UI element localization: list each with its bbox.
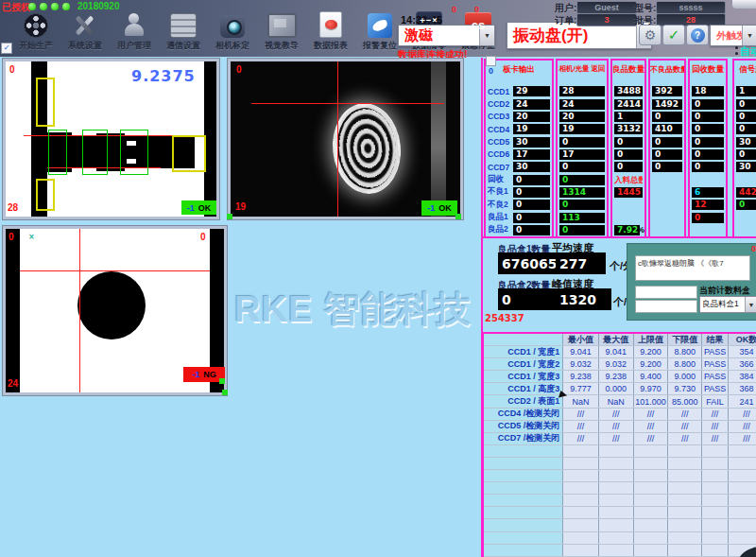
data-report-button[interactable]: 数据报表: [306, 7, 355, 52]
stats-cell: 24: [559, 99, 605, 110]
top-toolbar: 已授权 20180920 ✓ 开始生产 系统设置 用户管理 通信设置: [0, 0, 756, 57]
row-label: [484, 445, 563, 457]
settings-gear-button[interactable]: ⚙: [639, 25, 662, 45]
camera-calibration-button[interactable]: 相机标定: [208, 7, 257, 52]
stats-rows: CCD1 29 CCD2 24 CCD3 20 CCD4 19 CCD5 30: [488, 85, 550, 236]
stats-rows: 2824201901700131401130: [559, 85, 605, 236]
lower-limit-cell: 9.000: [668, 371, 702, 382]
stats-row-label: CCD6: [488, 149, 513, 159]
result-cell: PASS: [702, 346, 728, 357]
stats-cell: 0: [559, 225, 605, 235]
stats-cell: 1445: [614, 187, 643, 198]
table-handle[interactable]: [486, 56, 496, 66]
stats-row: 回收 0: [488, 173, 550, 185]
stats-cell: 0: [692, 149, 724, 160]
max-value-cell: 9.238: [599, 371, 634, 382]
percent-suffix: %: [637, 225, 644, 235]
result-cell: [702, 445, 728, 457]
stats-row-label: 回收: [488, 174, 513, 185]
stats-rows: 3488241413132000入料总数14457.92: [614, 85, 643, 236]
chevron-down-icon[interactable]: ▼: [745, 297, 756, 312]
camera1-result-badge: -1 OK: [181, 200, 216, 215]
column-header: 最小值: [563, 334, 598, 345]
stats-cell: 30: [736, 162, 756, 172]
result-cell: ///: [702, 409, 728, 420]
help-button[interactable]: ?: [686, 25, 709, 45]
start-production-button[interactable]: 开始生产: [11, 7, 60, 52]
row-label: [484, 545, 563, 556]
table-row: [484, 545, 756, 557]
camera-view-3[interactable]: 0 × 0 24 -1 NG: [3, 226, 227, 395]
min-value-cell: ///: [563, 433, 598, 444]
table-row: [484, 507, 756, 519]
result-label: OK: [438, 203, 452, 213]
message-box[interactable]: c歌慷翠返糖朗脑 《《歌7: [635, 255, 750, 281]
count-input-2[interactable]: [635, 300, 697, 313]
table-row: CCD1 / 宽度3 9.238 9.238 9.400 9.000 PASS …: [484, 371, 756, 383]
minimize-button[interactable]: [732, 0, 756, 9]
stats-cell: 1492: [652, 99, 682, 110]
stats-rows: 180000006120: [692, 85, 724, 236]
auto-mode-label: 自动: [740, 44, 756, 59]
stats-row-label: CCD2: [488, 99, 513, 109]
stats-cell: 410: [652, 124, 682, 134]
confirm-button[interactable]: ✓: [662, 25, 685, 45]
order-value: 3: [576, 13, 637, 26]
chevron-down-icon[interactable]: ▼: [742, 26, 756, 45]
camera-view-1[interactable]: 0 9.2375 28 -1 OK: [3, 59, 219, 219]
stats-row: 良品1 0: [488, 211, 550, 223]
corner-counter: 0: [489, 66, 493, 76]
external-trigger-value: 外触发: [711, 26, 742, 45]
upper-limit-cell: [634, 495, 668, 506]
column-header: 下限值: [668, 334, 702, 345]
stats-cell: 29: [513, 86, 550, 96]
stats-column-recycle-count: 回收数量 180000006120: [688, 59, 728, 238]
max-value-cell: ///: [599, 421, 634, 432]
upper-limit-cell: 101.000: [634, 395, 668, 407]
stats-row: CCD5 30: [488, 135, 550, 148]
stats-row: CCD7 30: [488, 161, 550, 173]
ok-count-cell: ///: [729, 409, 756, 420]
lower-limit-cell: [668, 519, 702, 531]
camera2-top-counter: 0: [236, 64, 242, 75]
check-icon: ✓: [668, 26, 680, 44]
user-management-button[interactable]: 用户管理: [110, 7, 159, 52]
ok-count-cell: 241: [729, 395, 756, 407]
upper-limit-cell: [634, 507, 668, 518]
ok-count-cell: ///: [729, 433, 756, 444]
stats-cell: 0: [513, 225, 550, 235]
stats-row-label: CCD5: [488, 137, 513, 147]
stats-cell: 0: [513, 175, 550, 185]
camera3-bottom-counter: 24: [8, 378, 18, 389]
row-label: CCD4 /检测关闭: [484, 409, 563, 420]
status-square: [455, 214, 461, 219]
lower-limit-cell: [668, 482, 702, 494]
row-label: [484, 519, 563, 531]
results-rows: CCD1 / 宽度1 9.041 9.041 9.200 8.800 PASS …: [484, 346, 756, 557]
count-input-1[interactable]: [635, 286, 697, 299]
comm-settings-button[interactable]: 通信设置: [159, 7, 208, 52]
toolbar-icon: [71, 12, 99, 38]
current-box-select[interactable]: 良品料盒1 ▼: [699, 296, 756, 313]
ok-count-cell: 366: [729, 358, 756, 370]
stats-cell: 0: [692, 137, 724, 148]
system-settings-button[interactable]: 系统设置: [60, 7, 110, 52]
ok-count-cell: [729, 482, 756, 494]
lower-limit-cell: [668, 495, 702, 506]
stats-cell: 0: [692, 112, 724, 122]
vision-teaching-button[interactable]: 视觉教导: [257, 7, 306, 52]
crosshair-horizontal: [20, 270, 210, 271]
ok-count-cell: [729, 495, 756, 506]
min-value-cell: NaN: [563, 395, 598, 407]
result-cell: [702, 470, 728, 481]
toolbar-icon: [170, 13, 197, 38]
camera-view-2[interactable]: 0 19 -1 OK: [228, 59, 463, 219]
results-header-row: 最小值 最大值 上限值 下限值 结果 OK数: [484, 334, 756, 346]
stats-cell: 0: [652, 137, 682, 148]
stats-column-good-count: 良品数量 3488241413132000入料总数14457.92: [610, 59, 646, 238]
camera3-dark-region: [6, 229, 20, 392]
toolbar-icon: [368, 13, 392, 38]
row-label: CCD1 / 高度3: [484, 383, 563, 394]
stats-cell: 0: [559, 175, 605, 185]
external-trigger-select[interactable]: 外触发 ▼: [710, 25, 756, 46]
